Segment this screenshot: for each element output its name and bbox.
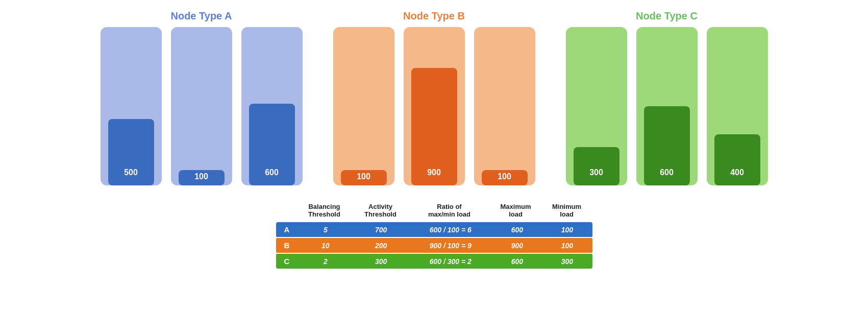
bars-container-a: 500100600 xyxy=(101,27,303,185)
bar-wrapper-a-1: 100 xyxy=(171,27,232,185)
node-group-a: Node Type A500100600 xyxy=(101,10,303,185)
bar-outer-a-1: 100 xyxy=(171,27,232,185)
cell-c-3: 600 xyxy=(492,253,542,269)
bar-inner-b-1: 900 xyxy=(411,68,457,185)
cell-a-1: 700 xyxy=(353,222,409,237)
bar-inner-a-1: 100 xyxy=(179,170,225,185)
main-container: Node Type A500100600Node Type B100900100… xyxy=(0,0,868,279)
bar-outer-c-0: 300 xyxy=(566,27,627,185)
table-header-row: Balancing ThresholdActivity ThresholdRat… xyxy=(276,201,592,220)
bar-label-c-0: 300 xyxy=(589,168,603,181)
row-id-a: A xyxy=(276,222,298,237)
bar-outer-b-1: 900 xyxy=(404,27,465,185)
col-header-1: Activity Threshold xyxy=(353,201,409,220)
node-group-title-b: Node Type B xyxy=(403,10,465,22)
node-group-c: Node Type C300600400 xyxy=(566,10,768,185)
table-wrapper: Balancing ThresholdActivity ThresholdRat… xyxy=(276,201,592,269)
bar-label-outer-b-0: 100 xyxy=(357,172,370,181)
bar-wrapper-b-1: 900 xyxy=(404,27,465,185)
col-header-2: Ratio of max/min load xyxy=(409,201,490,220)
node-group-b: Node Type B100900100 xyxy=(333,10,535,185)
bar-label-c-2: 400 xyxy=(730,168,744,181)
bar-wrapper-a-0: 500 xyxy=(101,27,162,185)
cell-a-0: 5 xyxy=(297,222,353,237)
col-header-3: Maximum load xyxy=(490,201,541,220)
bar-outer-c-1: 600 xyxy=(636,27,698,185)
bar-wrapper-b-2: 100 xyxy=(474,27,535,185)
table-row-c: C2300600 / 300 = 2600300 xyxy=(276,253,592,269)
bar-outer-b-2: 100 xyxy=(474,27,535,185)
bar-label-a-2: 600 xyxy=(265,168,279,181)
bar-outer-a-2: 600 xyxy=(241,27,303,185)
cell-a-3: 600 xyxy=(492,222,542,237)
bar-label-outer-b-2: 100 xyxy=(498,172,511,181)
data-table: A5700600 / 100 = 6600100B10200900 / 100 … xyxy=(276,222,592,269)
nodes-section: Node Type A500100600Node Type B100900100… xyxy=(20,10,848,185)
cell-c-1: 300 xyxy=(353,253,409,269)
row-id-b: B xyxy=(276,237,298,253)
bar-inner-c-0: 300 xyxy=(574,147,619,185)
bars-container-c: 300600400 xyxy=(566,27,768,185)
col-header-0: Balancing Threshold xyxy=(296,201,353,220)
bar-wrapper-c-2: 400 xyxy=(707,27,768,185)
bar-wrapper-a-2: 600 xyxy=(241,27,303,185)
bar-wrapper-c-1: 600 xyxy=(636,27,698,185)
bar-label-c-1: 600 xyxy=(660,168,674,181)
bar-inner-a-2: 600 xyxy=(249,104,295,185)
cell-c-4: 300 xyxy=(542,253,592,269)
cell-b-3: 900 xyxy=(492,237,542,253)
bar-inner-a-0: 500 xyxy=(108,119,154,185)
table-section: Balancing ThresholdActivity ThresholdRat… xyxy=(276,201,592,269)
col-header-4: Minimum load xyxy=(541,201,592,220)
bar-inner-b-0: 100 xyxy=(341,170,387,185)
bar-outer-c-2: 400 xyxy=(707,27,768,185)
bar-inner-c-1: 600 xyxy=(644,106,690,185)
node-group-title-a: Node Type A xyxy=(170,10,232,22)
bar-label-b-1: 900 xyxy=(427,168,441,181)
cell-b-0: 10 xyxy=(297,237,353,253)
bar-inner-c-2: 400 xyxy=(714,134,760,185)
bar-outer-a-0: 500 xyxy=(101,27,162,185)
bar-outer-b-0: 100 xyxy=(333,27,394,185)
table-row-b: B10200900 / 100 = 9900100 xyxy=(276,237,592,253)
bar-wrapper-b-0: 100 xyxy=(333,27,394,185)
cell-c-0: 2 xyxy=(297,253,353,269)
cell-b-2: 900 / 100 = 9 xyxy=(409,237,492,253)
bars-container-b: 100900100 xyxy=(333,27,535,185)
cell-b-4: 100 xyxy=(542,237,592,253)
row-id-c: C xyxy=(276,253,298,269)
bar-label-a-0: 500 xyxy=(124,168,138,181)
cell-c-2: 600 / 300 = 2 xyxy=(409,253,492,269)
bar-wrapper-c-0: 300 xyxy=(566,27,627,185)
table-row-a: A5700600 / 100 = 6600100 xyxy=(276,222,592,237)
bar-inner-b-2: 100 xyxy=(482,170,528,185)
bar-label-outer-a-1: 100 xyxy=(194,172,208,181)
cell-b-1: 200 xyxy=(353,237,409,253)
cell-a-4: 100 xyxy=(542,222,592,237)
cell-a-2: 600 / 100 = 6 xyxy=(409,222,492,237)
node-group-title-c: Node Type C xyxy=(636,10,698,22)
